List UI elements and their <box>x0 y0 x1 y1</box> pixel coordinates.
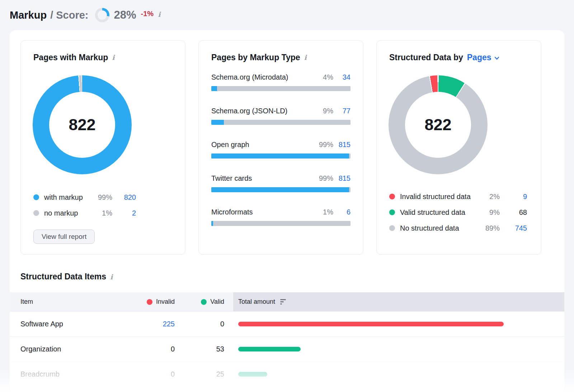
pages-with-markup-donut-chart: 822 <box>33 75 132 174</box>
legend-value-link[interactable]: 745 <box>500 224 527 232</box>
bar-track <box>211 154 350 159</box>
table-row: Organization 0 53 <box>10 336 564 362</box>
bar-percent: 9% <box>323 107 333 115</box>
legend-percent: 2% <box>477 193 500 201</box>
structured-data-items-table: Item Invalid Valid Total amount Software… <box>10 292 564 387</box>
bar-track <box>211 120 350 125</box>
bar-value-link[interactable]: 77 <box>333 107 350 115</box>
table-row: Software App 225 0 <box>10 311 564 336</box>
total-amount-cell <box>233 312 564 336</box>
report-body: Pages with Markup i 822 with markup 99% … <box>10 30 564 392</box>
legend-dot-icon <box>33 210 39 216</box>
invalid-count-link[interactable]: 225 <box>132 312 175 336</box>
legend-value-link[interactable]: 2 <box>112 209 136 217</box>
card-title: Pages with Markup i <box>33 53 173 62</box>
legend-percent: 89% <box>477 224 500 232</box>
bar-percent: 99% <box>319 174 333 183</box>
legend-value: 68 <box>500 208 527 217</box>
sort-descending-icon[interactable] <box>280 299 286 304</box>
valid-dot-icon <box>201 299 207 305</box>
legend-dot-icon <box>33 194 39 200</box>
legend-value-link[interactable]: 820 <box>112 193 136 202</box>
bar-track <box>211 187 350 192</box>
item-name: Software App <box>10 312 132 336</box>
card-title-text: Structured Data by <box>389 53 463 62</box>
structured-data-items-title: Structured Data Items i <box>20 272 564 282</box>
bar-row: Schema.org (JSON-LD) 9% 77 <box>211 107 350 125</box>
column-header-valid: Valid <box>175 292 224 311</box>
info-icon[interactable]: i <box>110 274 113 280</box>
card-title: Pages by Markup Type i <box>211 53 350 62</box>
group-by-selected-value[interactable]: Pages <box>467 53 491 62</box>
bar-value-link[interactable]: 815 <box>333 141 350 149</box>
column-header-item: Item <box>10 292 132 311</box>
legend-label: Valid structured data <box>400 208 477 217</box>
legend-dot-icon <box>389 209 395 215</box>
card-pages-by-markup-type: Pages by Markup Type i Schema.org (Micro… <box>198 40 363 255</box>
column-header-label: Valid <box>210 298 224 306</box>
bar-value-link[interactable]: 815 <box>333 174 350 183</box>
card-structured-data-by-pages: Structured Data by Pages 822 Invalid str… <box>376 40 541 255</box>
total-amount-bar <box>238 372 267 377</box>
bar-value-link[interactable]: 34 <box>333 73 350 81</box>
item-name: Organization <box>10 337 132 362</box>
report-header: Markup / Score: 28% -1% i <box>0 0 574 30</box>
info-icon[interactable]: i <box>304 54 307 61</box>
bar-label: Schema.org (JSON-LD) <box>211 107 320 115</box>
total-amount-cell <box>233 337 564 362</box>
legend-row: no markup 1% 2 <box>33 205 136 221</box>
card-pages-with-markup: Pages with Markup i 822 with markup 99% … <box>20 40 185 255</box>
bar-fill <box>211 86 217 91</box>
total-amount-cell <box>233 362 564 387</box>
column-header-label: Invalid <box>156 298 175 306</box>
card-title-text: Pages by Markup Type <box>211 53 300 62</box>
score-donut-chart <box>95 8 109 22</box>
card-title: Structured Data by Pages <box>389 53 528 62</box>
column-header-label: Total amount <box>238 298 275 306</box>
bar-fill <box>211 187 349 192</box>
group-by-selector[interactable]: Pages <box>467 53 500 62</box>
bar-label: Twitter cards <box>211 174 316 183</box>
bar-percent: 99% <box>319 141 333 149</box>
bar-track <box>211 86 350 91</box>
legend-percent: 99% <box>90 193 112 202</box>
bar-fill <box>211 120 224 125</box>
valid-count: 0 <box>175 312 224 336</box>
valid-count: 53 <box>175 337 224 362</box>
bar-label: Microformats <box>211 208 320 216</box>
legend-row: with markup 99% 820 <box>33 189 136 205</box>
markup-type-bar-list: Schema.org (Microdata) 4% 34 Schema.org … <box>211 73 350 226</box>
legend-value-link[interactable]: 9 <box>500 193 527 201</box>
invalid-dot-icon <box>147 299 152 305</box>
table-header-row: Item Invalid Valid Total amount <box>10 292 564 311</box>
column-header-total-amount[interactable]: Total amount <box>233 292 564 311</box>
legend-dot-icon <box>389 194 395 199</box>
item-name: Breadcrumb <box>10 362 132 387</box>
legend-label: Invalid structured data <box>400 193 477 201</box>
legend-row: Invalid structured data 2% 9 <box>389 189 527 204</box>
summary-cards-row: Pages with Markup i 822 with markup 99% … <box>10 30 564 255</box>
score-value: 28% <box>114 9 136 22</box>
bar-row: Twitter cards 99% 815 <box>211 174 350 192</box>
valid-count: 25 <box>175 362 224 387</box>
card-title-text: Pages with Markup <box>33 53 108 62</box>
bar-label: Open graph <box>211 141 316 149</box>
donut-total: 822 <box>49 92 115 158</box>
bar-fill <box>211 154 349 159</box>
view-full-report-button[interactable]: View full report <box>33 230 95 244</box>
bar-value-link[interactable]: 6 <box>333 208 350 216</box>
legend-row: Valid structured data 9% 68 <box>389 204 527 220</box>
legend-percent: 1% <box>90 209 112 217</box>
donut-total: 822 <box>405 92 471 158</box>
info-icon[interactable]: i <box>158 11 160 18</box>
score-donut-hole <box>98 10 107 20</box>
invalid-count: 0 <box>132 362 175 387</box>
bar-row: Open graph 99% 815 <box>211 141 350 159</box>
page-title: Markup <box>10 9 47 21</box>
legend-dot-icon <box>389 225 395 231</box>
section-title-text: Structured Data Items <box>20 272 106 282</box>
bar-label: Schema.org (Microdata) <box>211 73 320 81</box>
invalid-count: 0 <box>132 337 175 362</box>
chevron-down-icon[interactable] <box>494 55 500 61</box>
info-icon[interactable]: i <box>112 54 114 61</box>
